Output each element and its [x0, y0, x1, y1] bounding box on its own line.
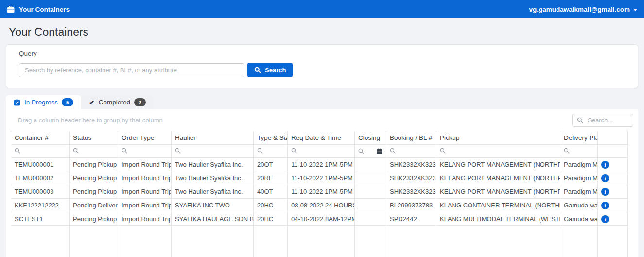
cell-container: KKE122212222	[11, 199, 70, 212]
main-content: Your Containers Query Search	[0, 26, 644, 257]
user-menu[interactable]: vg.gamudawalkmall@gmail.com	[529, 6, 637, 13]
page-title: Your Containers	[9, 26, 635, 39]
column-header-pickup[interactable]: Pickup	[436, 131, 560, 145]
cell-status: Pending Pickup	[70, 212, 118, 226]
filter-cell-closing[interactable]	[355, 145, 386, 158]
user-email: vg.gamudawalkmall@gmail.com	[529, 6, 630, 13]
search-button[interactable]: Search	[247, 63, 293, 77]
search-button-label: Search	[265, 67, 286, 74]
column-header-status[interactable]: Status	[70, 131, 118, 145]
column-header-type-size[interactable]: Type & Size	[254, 131, 288, 145]
cell-container: TEMU000002	[11, 171, 70, 185]
cell-type-size: 20HC	[254, 199, 288, 212]
filter-cell-req-date-time[interactable]	[288, 145, 355, 158]
cell-req-date-time: 08-08-2022 24 HOURS	[288, 199, 355, 212]
grid-empty-area	[11, 226, 628, 257]
filter-cell-container[interactable]	[11, 145, 70, 158]
cell-order-type: Import Round Trip	[118, 158, 172, 171]
cell-actions: i	[598, 199, 628, 212]
query-search-input[interactable]	[19, 63, 244, 77]
filter-search-icon	[15, 148, 20, 154]
cell-container: TEMU000003	[11, 185, 70, 199]
cell-booking-bl: SPD2442	[386, 212, 436, 226]
cell-haulier: SYAFIKA HAULAGE SDN BHD	[172, 212, 254, 226]
filter-search-icon	[358, 148, 364, 154]
tab-completed[interactable]: ✔ Completed 2	[81, 95, 154, 109]
filter-cell-type-size[interactable]	[254, 145, 288, 158]
data-grid: Container # Status Order Type Haulier Ty…	[11, 131, 633, 257]
table-row: KKE122212222 Pending Delivery Import Rou…	[11, 199, 628, 212]
grid-pane: Drag a column header here to group by th…	[6, 109, 638, 257]
grid-search-input[interactable]	[587, 116, 628, 124]
cell-delivery-place: Paradigm Mall	[560, 171, 598, 185]
check-icon: ✔	[89, 99, 95, 106]
cell-type-size: 40OT	[254, 185, 288, 199]
column-header-closing[interactable]: Closing	[355, 131, 386, 145]
column-header-container[interactable]: Container #	[11, 131, 70, 145]
column-header-delivery-place[interactable]: Delivery Place	[560, 131, 598, 145]
filter-search-icon	[175, 148, 181, 154]
tab-completed-count-badge: 2	[134, 98, 146, 106]
cell-status: Pending Delivery	[70, 199, 118, 212]
column-header-booking-bl[interactable]: Booking / BL #	[386, 131, 436, 145]
cell-actions: i	[598, 158, 628, 171]
cell-booking-bl: BL2999373783	[386, 199, 436, 212]
filter-cell-order-type[interactable]	[118, 145, 172, 158]
filter-cell-booking-bl[interactable]	[386, 145, 436, 158]
column-header-haulier[interactable]: Haulier	[172, 131, 254, 145]
column-header-order-type[interactable]: Order Type	[118, 131, 172, 145]
filter-search-icon	[73, 148, 79, 154]
briefcase-icon	[7, 6, 15, 13]
grid-filter-row	[11, 145, 628, 158]
search-icon	[254, 67, 261, 73]
cell-actions: i	[598, 212, 628, 226]
info-circle-icon[interactable]: i	[601, 161, 609, 169]
filter-cell-pickup[interactable]	[436, 145, 560, 158]
tab-bar: In Progress 5 ✔ Completed 2	[6, 95, 638, 109]
search-icon	[577, 117, 583, 123]
cell-booking-bl: SHK2332XK323	[386, 171, 436, 185]
cell-closing	[355, 199, 386, 212]
cell-order-type: Import Round Trip	[118, 185, 172, 199]
info-circle-icon[interactable]: i	[601, 202, 609, 209]
cell-status: Pending Pickup	[70, 171, 118, 185]
query-row: Search	[19, 63, 625, 77]
filter-cell-delivery-place[interactable]	[560, 145, 598, 158]
cell-haulier: SYAFIKA INC TWO	[172, 199, 254, 212]
table-row: TEMU000002 Pending Pickup Import Round T…	[11, 171, 628, 185]
cell-delivery-place: Paradigm Mall	[560, 158, 598, 171]
cell-req-date-time: 11-10-2022 1PM-5PM	[288, 185, 355, 199]
cell-order-type: Import Round Trip	[118, 212, 172, 226]
cell-container: SCTEST1	[11, 212, 70, 226]
info-circle-icon[interactable]: i	[601, 215, 609, 223]
grid-search-box[interactable]	[572, 114, 633, 127]
cell-delivery-place: Gamuda walk	[560, 212, 598, 226]
group-panel: Drag a column header here to group by th…	[6, 109, 638, 131]
info-circle-icon[interactable]: i	[601, 188, 609, 196]
cell-req-date-time: 11-10-2022 1PM-5PM	[288, 158, 355, 171]
query-card: Query Search	[6, 44, 638, 88]
cell-pickup: KELANG PORT MANAGEMENT (NORTHPORT)	[436, 171, 560, 185]
query-label: Query	[19, 50, 625, 57]
navbar-brand[interactable]: Your Containers	[7, 6, 70, 13]
cell-closing	[355, 171, 386, 185]
filter-cell-status[interactable]	[70, 145, 118, 158]
filter-cell-haulier[interactable]	[172, 145, 254, 158]
tab-in-progress-label: In Progress	[24, 99, 58, 106]
cell-haulier: Two Haulier Syafika Inc.	[172, 158, 254, 171]
cell-order-type: Import Round Trip	[118, 171, 172, 185]
cell-delivery-place: Paradigm Mall	[560, 185, 598, 199]
group-by-drop-target[interactable]: Drag a column header here to group by th…	[11, 117, 163, 124]
cell-pickup: KELANG PORT MANAGEMENT (NORTHPORT)	[436, 158, 560, 171]
info-circle-icon[interactable]: i	[601, 174, 609, 182]
tab-in-progress[interactable]: In Progress 5	[6, 95, 81, 109]
cell-closing	[355, 185, 386, 199]
cell-actions: i	[598, 185, 628, 199]
column-header-req-date-time[interactable]: Req Date & Time	[288, 131, 355, 145]
calendar-icon[interactable]	[376, 148, 383, 154]
cell-booking-bl: SHK2332XK323	[386, 185, 436, 199]
filter-search-icon	[390, 148, 396, 154]
cell-booking-bl: SHK2332XK323	[386, 158, 436, 171]
cell-haulier: Two Haulier Syafika Inc.	[172, 185, 254, 199]
cell-pickup: KELANG PORT MANAGEMENT (NORTHPORT)	[436, 185, 560, 199]
